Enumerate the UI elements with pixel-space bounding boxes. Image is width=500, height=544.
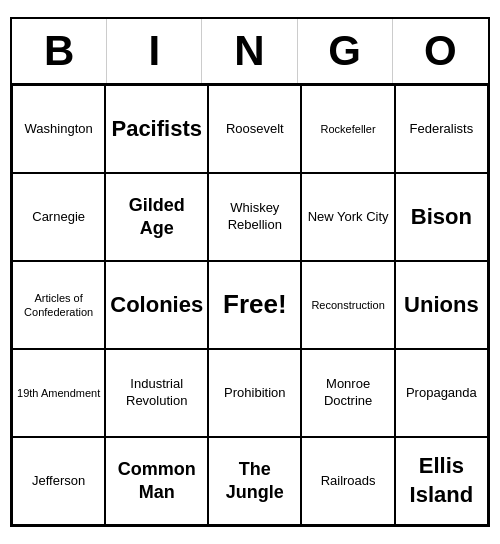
bingo-cell-16: Industrial Revolution: [105, 349, 208, 437]
bingo-cell-14: Unions: [395, 261, 488, 349]
bingo-cell-0: Washington: [12, 85, 105, 173]
bingo-cell-9: Bison: [395, 173, 488, 261]
bingo-cell-24: Ellis Island: [395, 437, 488, 525]
bingo-grid: WashingtonPacifistsRooseveltRockefellerF…: [12, 85, 488, 525]
bingo-header: BINGO: [12, 19, 488, 85]
bingo-letter-o: O: [393, 19, 488, 83]
bingo-cell-21: Common Man: [105, 437, 208, 525]
bingo-cell-18: Monroe Doctrine: [301, 349, 394, 437]
bingo-cell-4: Federalists: [395, 85, 488, 173]
bingo-cell-6: Gilded Age: [105, 173, 208, 261]
bingo-letter-b: B: [12, 19, 107, 83]
bingo-cell-2: Roosevelt: [208, 85, 301, 173]
bingo-cell-12: Free!: [208, 261, 301, 349]
bingo-cell-23: Railroads: [301, 437, 394, 525]
bingo-cell-5: Carnegie: [12, 173, 105, 261]
bingo-letter-n: N: [202, 19, 297, 83]
bingo-cell-3: Rockefeller: [301, 85, 394, 173]
bingo-letter-g: G: [298, 19, 393, 83]
bingo-letter-i: I: [107, 19, 202, 83]
bingo-cell-13: Reconstruction: [301, 261, 394, 349]
bingo-cell-11: Colonies: [105, 261, 208, 349]
bingo-cell-10: Articles of Confederation: [12, 261, 105, 349]
bingo-cell-22: The Jungle: [208, 437, 301, 525]
bingo-cell-7: Whiskey Rebellion: [208, 173, 301, 261]
bingo-cell-19: Propaganda: [395, 349, 488, 437]
bingo-cell-15: 19th Amendment: [12, 349, 105, 437]
bingo-cell-1: Pacifists: [105, 85, 208, 173]
bingo-card: BINGO WashingtonPacifistsRooseveltRockef…: [10, 17, 490, 527]
bingo-cell-8: New York City: [301, 173, 394, 261]
bingo-cell-17: Prohibition: [208, 349, 301, 437]
bingo-cell-20: Jefferson: [12, 437, 105, 525]
